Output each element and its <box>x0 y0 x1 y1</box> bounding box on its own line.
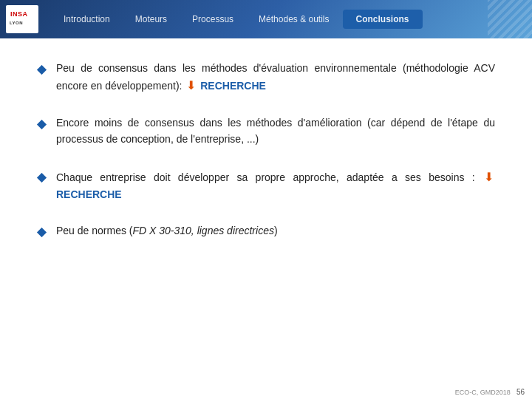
bullet-text-2: Encore moins de consensus dans les métho… <box>56 115 495 147</box>
insa-logo: INSA LYON <box>6 5 38 33</box>
arrow-icon-3: ⬇ <box>484 171 494 183</box>
bullet-symbol-1: ◆ <box>37 62 46 76</box>
bullet-item-3: ◆ Chaque entreprise doit développer sa p… <box>37 168 495 202</box>
recherche-label-3: RECHERCHE <box>56 188 122 200</box>
nav-decoration <box>488 0 532 38</box>
svg-text:LYON: LYON <box>10 21 23 25</box>
recherche-label-1: RECHERCHE <box>197 80 266 92</box>
tab-introduction[interactable]: Introduction <box>52 10 122 29</box>
normes-italic: FD X 30-310, lignes directrices <box>133 225 274 236</box>
bullet-text-4: Peu de normes (FD X 30-310, lignes direc… <box>56 223 278 239</box>
bullet-item-1: ◆ Peu de consensus dans les méthodes d'é… <box>37 61 495 95</box>
bullet-item-2: ◆ Encore moins de consensus dans les mét… <box>37 115 495 147</box>
tab-methodes[interactable]: Méthodes & outils <box>247 10 341 29</box>
navigation-bar: INSA LYON Introduction Moteurs Processus… <box>0 0 532 38</box>
bullet-symbol-2: ◆ <box>37 117 46 131</box>
logo: INSA LYON <box>6 5 43 33</box>
tab-conclusions[interactable]: Conclusions <box>343 10 423 29</box>
bullet-symbol-4: ◆ <box>37 225 46 239</box>
bullet-text-1: Peu de consensus dans les méthodes d'éva… <box>56 61 495 95</box>
footer-page: 56 <box>516 388 525 396</box>
tab-processus[interactable]: Processus <box>180 10 245 29</box>
bullet-text-3: Chaque entreprise doit développer sa pro… <box>56 168 495 202</box>
footer-course: ECO-C, GMD2018 <box>455 389 511 396</box>
main-content: ◆ Peu de consensus dans les méthodes d'é… <box>0 38 532 275</box>
nav-tabs: Introduction Moteurs Processus Méthodes … <box>52 10 532 29</box>
bullet-symbol-3: ◆ <box>37 170 46 184</box>
arrow-icon-1: ⬇ <box>186 79 196 92</box>
tab-moteurs[interactable]: Moteurs <box>123 10 179 29</box>
svg-text:INSA: INSA <box>10 10 28 18</box>
bullet-item-4: ◆ Peu de normes (FD X 30-310, lignes dir… <box>37 223 495 239</box>
footer: ECO-C, GMD2018 56 <box>455 388 525 396</box>
